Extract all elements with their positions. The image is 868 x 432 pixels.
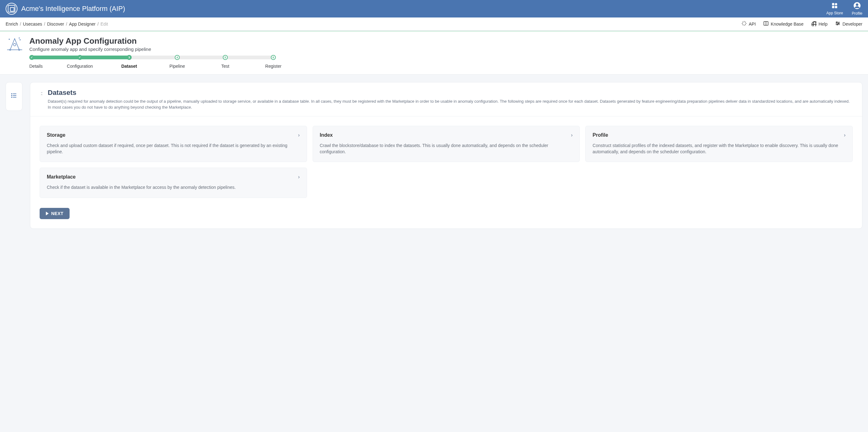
app-title: Acme's Intelligence Platform (AIP): [21, 5, 125, 13]
step-label-register: Register: [265, 64, 281, 69]
breadcrumb-sep: /: [66, 22, 67, 27]
app-store-link[interactable]: App Store: [827, 2, 843, 15]
step-node-dataset[interactable]: 3: [127, 55, 132, 60]
breadcrumb: Enrich / Usecases / Discover / App Desig…: [6, 22, 108, 27]
svg-point-14: [836, 22, 837, 23]
page-title: Anomaly App Configuration: [29, 36, 151, 46]
play-icon: [46, 212, 49, 215]
step-label-pipeline: Pipeline: [169, 64, 185, 69]
step-label-dataset: Dataset: [121, 64, 137, 69]
step-node-test[interactable]: 5: [223, 55, 228, 60]
svg-point-19: [9, 39, 10, 40]
card-marketplace[interactable]: Marketplace › Check if the dataset is av…: [40, 167, 307, 197]
app-logo[interactable]: [6, 3, 18, 15]
breadcrumb-item-enrich[interactable]: Enrich: [6, 22, 18, 27]
step-node-details[interactable]: [29, 55, 34, 60]
profile-label: Profile: [852, 11, 862, 16]
svg-point-9: [813, 22, 816, 26]
wizard-stepper: 3 4 5 6 Details Configuration Dataset Pi…: [29, 56, 862, 74]
card-title: Profile: [592, 132, 608, 138]
svg-point-26: [11, 94, 12, 94]
next-label: NEXT: [51, 211, 63, 216]
topbar: Acme's Intelligence Platform (AIP) App S…: [0, 0, 868, 18]
side-toc-toggle[interactable]: [6, 82, 23, 111]
svg-point-15: [838, 23, 839, 24]
panel-description: Dataset(s) required for anomaly detectio…: [48, 99, 853, 111]
breadcrumb-item-usecases[interactable]: Usecases: [23, 22, 42, 27]
api-label: API: [749, 22, 756, 27]
svg-point-1: [835, 3, 837, 5]
step-node-configuration[interactable]: [78, 55, 82, 60]
list-icon: [10, 92, 18, 101]
card-title: Marketplace: [47, 174, 76, 180]
chevron-right-icon: ›: [298, 132, 300, 138]
svg-rect-0: [832, 3, 834, 5]
page-header: Anomaly App Configuration Configure anom…: [0, 32, 868, 74]
svg-point-21: [10, 49, 11, 51]
profile-link[interactable]: Profile: [852, 2, 862, 16]
step-node-register[interactable]: 6: [271, 55, 276, 60]
app-store-label: App Store: [827, 11, 843, 15]
breadcrumb-item-discover[interactable]: Discover: [47, 22, 64, 27]
svg-rect-3: [835, 6, 837, 8]
chevron-right-icon: ›: [571, 132, 572, 138]
chevron-right-icon: ›: [298, 174, 300, 180]
svg-point-18: [13, 43, 16, 46]
developer-link[interactable]: Developer: [835, 21, 862, 27]
profile-icon: [853, 2, 861, 10]
help-link[interactable]: Help: [811, 21, 828, 27]
svg-point-22: [19, 49, 20, 51]
app-store-icon: [831, 2, 838, 10]
card-index[interactable]: Index › Crawl the blockstore/database to…: [313, 126, 580, 162]
globe-icon: [811, 21, 816, 27]
collapse-toggle[interactable]: ⌄ ⌃: [39, 89, 44, 111]
chevron-right-icon: ›: [844, 132, 845, 138]
step-node-pipeline[interactable]: 4: [175, 55, 180, 60]
svg-point-27: [11, 95, 12, 96]
sliders-icon: [835, 21, 841, 27]
svg-point-5: [856, 3, 858, 6]
help-label: Help: [818, 22, 828, 27]
breadcrumb-current: Edit: [100, 22, 108, 27]
developer-label: Developer: [842, 22, 862, 27]
step-label-test: Test: [221, 64, 229, 69]
breadcrumb-sep: /: [20, 22, 21, 27]
api-link[interactable]: API: [741, 21, 756, 27]
step-label-configuration: Configuration: [67, 64, 93, 69]
card-title: Index: [320, 132, 333, 138]
svg-rect-2: [832, 6, 834, 8]
step-label-details: Details: [29, 64, 43, 69]
card-description: Check if the dataset is available in the…: [47, 184, 300, 190]
subbar: Enrich / Usecases / Discover / App Desig…: [0, 18, 868, 31]
card-profile[interactable]: Profile › Construct statistical profiles…: [585, 126, 853, 162]
api-icon: [741, 21, 747, 27]
card-description: Check and upload custom dataset if requi…: [47, 142, 300, 155]
breadcrumb-sep: /: [44, 22, 45, 27]
card-description: Construct statistical profiles of the in…: [592, 142, 845, 155]
chevron-up-icon: ⌃: [39, 94, 44, 97]
svg-point-16: [837, 24, 838, 25]
card-storage[interactable]: Storage › Check and upload custom datase…: [40, 126, 307, 162]
knowledge-base-link[interactable]: Knowledge Base: [763, 21, 803, 27]
page-subtitle: Configure anomaly app and specify corres…: [29, 47, 151, 52]
panel-title: Datasets: [48, 89, 853, 97]
svg-point-20: [20, 40, 20, 40]
datasets-panel: ⌄ ⌃ Datasets Dataset(s) required for ano…: [30, 82, 862, 229]
breadcrumb-sep: /: [97, 22, 99, 27]
chevron-down-icon: ⌄: [39, 90, 44, 94]
book-icon: [763, 21, 769, 27]
breadcrumb-item-app-designer[interactable]: App Designer: [69, 22, 95, 27]
anomaly-icon: [6, 36, 24, 52]
card-description: Crawl the blockstore/database to index t…: [320, 142, 573, 155]
card-title: Storage: [47, 132, 65, 138]
knowledge-base-label: Knowledge Base: [771, 22, 803, 27]
svg-point-28: [11, 97, 12, 98]
next-button[interactable]: NEXT: [40, 208, 69, 219]
